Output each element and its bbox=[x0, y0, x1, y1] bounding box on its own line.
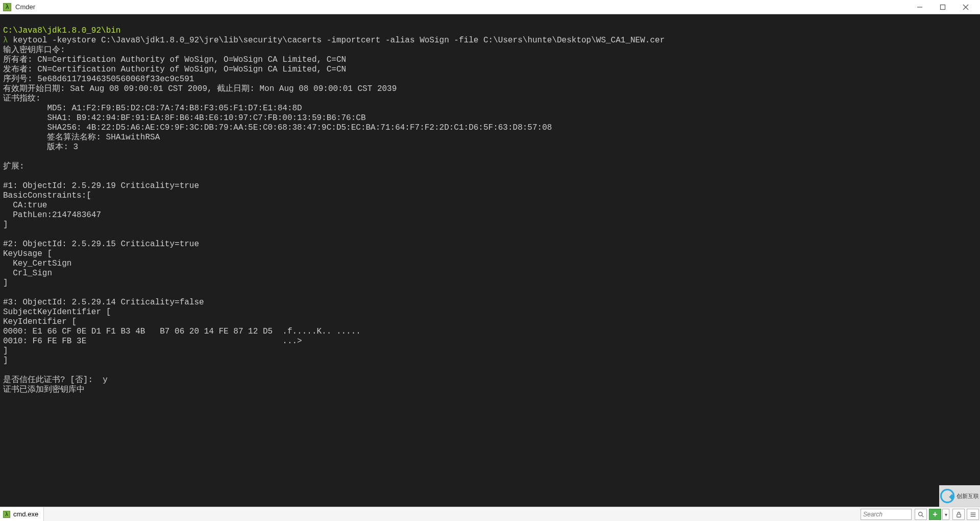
status-bar: λ cmd.exe + ▾ bbox=[0, 507, 980, 521]
out-line: 输入密钥库口令: bbox=[3, 45, 65, 55]
lock-button[interactable] bbox=[952, 509, 965, 520]
svg-line-5 bbox=[922, 515, 923, 517]
search-icon bbox=[918, 511, 924, 518]
out-line: SHA256: 4B:22:D5:A6:AE:C9:9F:3C:DB:79:AA… bbox=[3, 123, 552, 132]
maximize-button[interactable] bbox=[931, 0, 954, 14]
out-line: 签名算法名称: SHA1withRSA bbox=[3, 133, 160, 142]
plus-icon: + bbox=[933, 510, 937, 519]
out-line: Key_CertSign bbox=[3, 259, 71, 268]
out-line: ] bbox=[3, 356, 8, 365]
title-bar: λ Cmder bbox=[0, 0, 980, 14]
out-line: 所有者: CN=Certification Authority of WoSig… bbox=[3, 55, 346, 64]
terminal-output[interactable]: C:\Java8\jdk1.8.0_92\bin λ keytool -keys… bbox=[0, 14, 980, 507]
out-line: Crl_Sign bbox=[3, 269, 52, 278]
tab-label: cmd.exe bbox=[13, 510, 38, 518]
out-line: #1: ObjectId: 2.5.29.19 Criticality=true bbox=[3, 181, 199, 191]
out-line: 序列号: 5e68d61171946350560068f33ec9c591 bbox=[3, 75, 194, 84]
out-line: PathLen:2147483647 bbox=[3, 210, 101, 220]
tab-app-icon: λ bbox=[3, 511, 10, 518]
out-line: #3: ObjectId: 2.5.29.14 Criticality=fals… bbox=[3, 298, 204, 307]
out-line: KeyUsage [ bbox=[3, 249, 52, 258]
out-line: 有效期开始日期: Sat Aug 08 09:00:01 CST 2009, 截… bbox=[3, 84, 397, 93]
out-line: CA:true bbox=[3, 201, 47, 210]
lock-icon bbox=[955, 511, 962, 518]
close-button[interactable] bbox=[954, 0, 977, 14]
out-line: ] bbox=[3, 346, 8, 356]
hamburger-icon bbox=[970, 511, 976, 518]
out-line: BasicConstraints:[ bbox=[3, 191, 91, 200]
svg-point-4 bbox=[918, 512, 922, 515]
out-line: ] bbox=[3, 278, 8, 288]
out-line: SHA1: B9:42:94:BF:91:EA:8F:B6:4B:E6:10:9… bbox=[3, 113, 366, 123]
chevron-down-icon: ▾ bbox=[945, 512, 947, 517]
out-line: SubjectKeyIdentifier [ bbox=[3, 307, 111, 317]
menu-button[interactable] bbox=[967, 509, 979, 520]
out-line: 是否信任此证书? [否]: y bbox=[3, 375, 108, 385]
out-line: #2: ObjectId: 2.5.29.15 Criticality=true bbox=[3, 240, 199, 249]
search-button[interactable] bbox=[915, 509, 927, 520]
new-console-button[interactable]: + bbox=[929, 509, 941, 520]
minimize-button[interactable] bbox=[908, 0, 931, 14]
close-icon bbox=[963, 4, 969, 10]
status-spacer bbox=[44, 507, 859, 521]
out-line: 发布者: CN=Certification Authority of WoSig… bbox=[3, 65, 346, 74]
out-line: 版本: 3 bbox=[3, 143, 78, 152]
search-box[interactable] bbox=[861, 509, 912, 520]
app-icon: λ bbox=[3, 3, 11, 11]
maximize-icon bbox=[940, 4, 946, 10]
svg-rect-1 bbox=[940, 5, 945, 9]
svg-rect-6 bbox=[957, 514, 960, 517]
cwd-line: C:\Java8\jdk1.8.0_92\bin bbox=[3, 26, 120, 35]
console-tab[interactable]: λ cmd.exe bbox=[0, 507, 44, 521]
out-line: 0010: F6 FE FB 3E ...> bbox=[3, 337, 302, 346]
out-line: 证书指纹: bbox=[3, 94, 41, 103]
terminal-pre: C:\Java8\jdk1.8.0_92\bin λ keytool -keys… bbox=[3, 26, 977, 395]
out-line: KeyIdentifier [ bbox=[3, 317, 77, 326]
command-line: keytool -keystore C:\Java8\jdk1.8.0_92\j… bbox=[13, 36, 665, 45]
out-line: 证书已添加到密钥库中 bbox=[3, 385, 85, 394]
window-title: Cmder bbox=[15, 3, 35, 11]
new-console-dropdown[interactable]: ▾ bbox=[942, 509, 949, 520]
out-line: MD5: A1:F2:F9:B5:D2:C8:7A:74:B8:F3:05:F1… bbox=[3, 104, 302, 113]
minimize-icon bbox=[917, 4, 923, 10]
prompt-symbol: λ bbox=[3, 36, 8, 45]
out-line: ] bbox=[3, 220, 8, 229]
out-line: 0000: E1 66 CF 0E D1 F1 B3 4B B7 06 20 1… bbox=[3, 327, 361, 336]
out-line: 扩展: bbox=[3, 162, 24, 171]
